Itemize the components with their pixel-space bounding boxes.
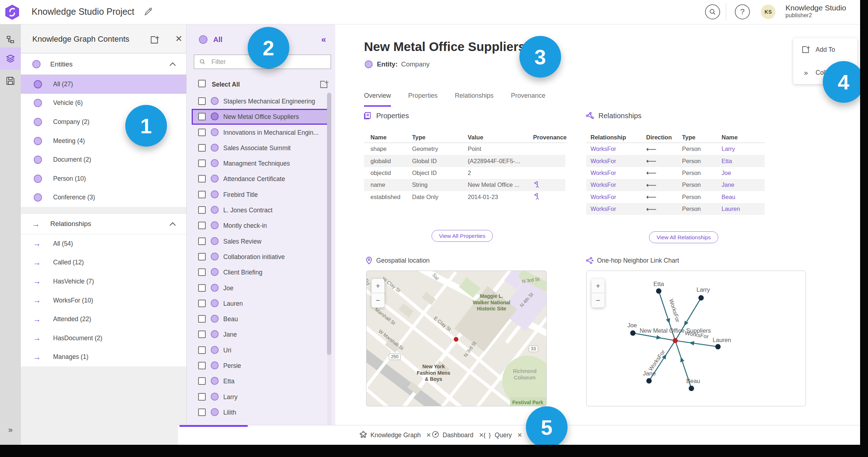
- item-checkbox[interactable]: [198, 393, 206, 401]
- item-checkbox[interactable]: [198, 97, 206, 105]
- related-entity-link[interactable]: Etta: [722, 158, 765, 165]
- related-entity-link[interactable]: Beau: [722, 194, 765, 200]
- provenance-flag-icon[interactable]: [533, 193, 565, 201]
- edit-title-icon[interactable]: [144, 7, 153, 17]
- related-entity-link[interactable]: Jane: [722, 181, 765, 188]
- list-item[interactable]: Firebird Title: [187, 187, 335, 202]
- list-item[interactable]: New Metal Office Suppliers: [192, 109, 330, 124]
- close-icon[interactable]: ✕: [175, 34, 182, 44]
- detail-tab-properties[interactable]: Properties: [408, 92, 438, 107]
- relationship-item[interactable]: →All (54): [21, 234, 186, 253]
- related-entity-link[interactable]: Joe: [722, 170, 765, 176]
- list-item[interactable]: Montly check-in: [187, 218, 335, 233]
- list-item[interactable]: Beau: [187, 311, 335, 327]
- relationship-link[interactable]: WorksFor: [591, 206, 646, 212]
- entity-item[interactable]: Document (2): [21, 150, 186, 169]
- item-checkbox[interactable]: [198, 362, 206, 369]
- relationships-section-header[interactable]: → Relationships: [21, 213, 186, 234]
- close-tab-icon[interactable]: ✕: [426, 431, 431, 439]
- relationship-link[interactable]: WorksFor: [591, 158, 646, 165]
- one-hop-link-chart[interactable]: WorksForWorksForWorksForEttaLarryJoeLaur…: [586, 271, 806, 406]
- list-item[interactable]: Client Briefing: [187, 264, 335, 280]
- expand-rail-icon[interactable]: »: [0, 425, 21, 435]
- item-checkbox[interactable]: [198, 175, 206, 183]
- relationship-item[interactable]: →WorksFor (10): [21, 291, 186, 310]
- zoom-in-button[interactable]: +: [372, 279, 384, 293]
- detail-tab-relationships[interactable]: Relationships: [455, 92, 494, 107]
- chart-center-node[interactable]: [673, 338, 678, 343]
- close-tab-icon[interactable]: ✕: [517, 431, 522, 439]
- collapse-chevron-icon[interactable]: [170, 63, 176, 69]
- item-checkbox[interactable]: [198, 206, 206, 214]
- list-item[interactable]: L. Jones Contract: [187, 202, 335, 218]
- relationship-link[interactable]: WorksFor: [591, 194, 646, 200]
- save-icon[interactable]: [0, 70, 21, 92]
- list-item[interactable]: Managment Techniques: [187, 156, 335, 171]
- add-to-new-icon[interactable]: [150, 35, 159, 45]
- relationship-item[interactable]: →HasDocument (2): [21, 329, 186, 348]
- relationship-link[interactable]: WorksFor: [591, 146, 646, 152]
- layers-icon[interactable]: [0, 47, 21, 70]
- item-checkbox[interactable]: [198, 377, 206, 385]
- list-item[interactable]: Sales Associate Summit: [187, 140, 335, 156]
- relationship-item[interactable]: →HasVehicle (7): [21, 272, 186, 291]
- chart-node[interactable]: [647, 378, 652, 384]
- item-checkbox[interactable]: [198, 331, 206, 338]
- relationship-item[interactable]: →Called (12): [21, 253, 186, 272]
- relationship-item[interactable]: →Attended (22): [21, 310, 186, 329]
- list-item[interactable]: Attendance Certificate: [187, 171, 335, 186]
- add-selection-icon[interactable]: [319, 80, 329, 89]
- zoom-out-button[interactable]: −: [592, 293, 605, 308]
- item-checkbox[interactable]: [198, 346, 206, 354]
- bottom-tab-dashboard[interactable]: Dashboard✕: [431, 425, 484, 445]
- user-avatar[interactable]: KS: [761, 5, 775, 19]
- chart-node[interactable]: [689, 386, 694, 391]
- zoom-out-button[interactable]: −: [372, 293, 384, 308]
- list-item[interactable]: Uri: [187, 342, 335, 358]
- flyout-item-add-to[interactable]: Add To: [793, 38, 857, 61]
- related-entity-link[interactable]: Lauren: [722, 206, 765, 212]
- collapse-chevron-icon[interactable]: [170, 222, 176, 228]
- item-checkbox[interactable]: [198, 408, 206, 416]
- item-checkbox[interactable]: [198, 129, 206, 136]
- item-checkbox[interactable]: [198, 284, 206, 292]
- entities-section-header[interactable]: Entities: [21, 54, 186, 75]
- list-item[interactable]: Sales Review: [187, 234, 335, 249]
- list-item[interactable]: Lauren: [187, 296, 335, 311]
- search-icon[interactable]: [705, 4, 720, 19]
- relationship-link[interactable]: WorksFor: [591, 181, 646, 188]
- list-item[interactable]: Collaboration initiative: [187, 249, 335, 264]
- collapse-panel-icon[interactable]: «: [321, 34, 326, 45]
- zoom-in-button[interactable]: +: [592, 279, 605, 293]
- item-checkbox[interactable]: [198, 268, 206, 276]
- related-entity-link[interactable]: Larry: [722, 146, 765, 152]
- item-checkbox[interactable]: [198, 253, 206, 260]
- item-checkbox[interactable]: [198, 160, 206, 167]
- item-checkbox[interactable]: [198, 315, 206, 323]
- entity-item[interactable]: Person (10): [21, 169, 186, 188]
- view-all-properties-button[interactable]: View All Properties: [431, 230, 493, 242]
- help-icon[interactable]: ?: [735, 4, 750, 19]
- chart-node[interactable]: [656, 288, 662, 294]
- detail-tab-overview[interactable]: Overview: [364, 92, 391, 107]
- list-item[interactable]: Etta: [187, 373, 335, 389]
- close-tab-icon[interactable]: ✕: [479, 431, 484, 439]
- entity-item[interactable]: Vehicle (6): [21, 94, 186, 113]
- geospatial-map[interactable]: k RdW Clay StSalN 3rd StMaggie L. Walker…: [366, 271, 547, 406]
- relationship-item[interactable]: →Manages (1): [21, 348, 186, 367]
- select-all-checkbox[interactable]: [198, 80, 206, 87]
- provenance-flag-icon[interactable]: [533, 181, 565, 189]
- item-checkbox[interactable]: [198, 113, 206, 120]
- list-item[interactable]: Persie: [187, 358, 335, 373]
- list-item[interactable]: Lilith: [187, 405, 335, 420]
- view-all-relationships-button[interactable]: View All Relationships: [649, 231, 718, 243]
- item-checkbox[interactable]: [198, 300, 206, 307]
- scrollbar-thumb[interactable]: [327, 93, 331, 355]
- chart-node[interactable]: [715, 344, 721, 350]
- detail-tab-provenance[interactable]: Provenance: [511, 92, 545, 107]
- bottom-tab-knowledge-graph[interactable]: Knowledge Graph✕: [359, 425, 431, 445]
- list-item[interactable]: Joe: [187, 280, 335, 296]
- relationship-link[interactable]: WorksFor: [591, 170, 646, 176]
- item-checkbox[interactable]: [198, 237, 206, 245]
- item-checkbox[interactable]: [198, 144, 206, 152]
